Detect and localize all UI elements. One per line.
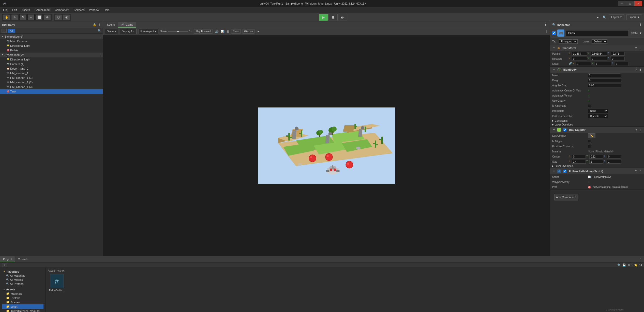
- edit-collider-btn[interactable]: ✏️: [588, 133, 595, 138]
- star-btn[interactable]: ⭐: [634, 263, 638, 267]
- follow-path-settings[interactable]: ⋮: [639, 170, 642, 173]
- menu-file[interactable]: File: [1, 8, 10, 12]
- assets-collapse[interactable]: ▼: [3, 288, 5, 291]
- menu-help[interactable]: Help: [102, 8, 112, 12]
- add-asset-btn[interactable]: +: [2, 263, 7, 267]
- layout-btn[interactable]: Layout ▼: [626, 14, 642, 20]
- close-btn[interactable]: ✕: [634, 1, 642, 6]
- info-btn[interactable]: ℹ: [632, 263, 633, 267]
- rigidbody-settings[interactable]: ⋮: [639, 68, 642, 71]
- hierarchy-cannon-1-1[interactable]: 🎮 HM_cannon_1 (1): [0, 75, 103, 80]
- rect-tool[interactable]: ⬜: [36, 14, 43, 20]
- tag-dropdown[interactable]: Untagged: [559, 39, 578, 44]
- follow-path-help[interactable]: ?: [635, 170, 637, 173]
- samplescene-more[interactable]: ⋮: [99, 35, 101, 38]
- view-more[interactable]: ⋮: [542, 23, 549, 26]
- menu-component[interactable]: Component: [53, 8, 71, 12]
- bottom-more[interactable]: ⋮: [637, 258, 644, 261]
- pause-btn[interactable]: ⏸: [328, 14, 338, 21]
- hierarchy-cannon-1-3[interactable]: 🎮 HM_cannon_1 (3): [0, 85, 103, 89]
- auto-center-check[interactable]: ✓: [588, 89, 590, 92]
- minimize-btn[interactable]: ─: [618, 1, 626, 6]
- scene-collapse-desert[interactable]: ▼: [2, 54, 4, 56]
- play-btn[interactable]: ▶: [319, 14, 328, 21]
- hierarchy-cannon-1[interactable]: 🎮 HM_cannon_1: [0, 71, 103, 75]
- rotation-y[interactable]: [591, 57, 607, 61]
- menu-gameobject[interactable]: GameObject: [33, 8, 52, 12]
- is-kinematic-check[interactable]: [588, 104, 591, 107]
- tower-defence-folder[interactable]: 📁 TowerDefence_Vsquad: [2, 309, 43, 312]
- hierarchy-camera-1[interactable]: 📷 Camera (1): [0, 62, 103, 66]
- tab-scene[interactable]: Scene: [104, 22, 118, 28]
- layer-overrides-collider-row[interactable]: ▶ Layer Overrides: [550, 164, 644, 168]
- is-trigger-check[interactable]: [588, 140, 591, 143]
- global-btn[interactable]: ◉: [63, 14, 70, 20]
- hierarchy-tank[interactable]: 🎯 Tank: [0, 89, 103, 94]
- scene-section-desert[interactable]: ▼ Desert_land_2* ⋮: [0, 53, 103, 57]
- box-collider-foldout[interactable]: ▼: [552, 129, 556, 131]
- search-btn[interactable]: 🔍: [602, 15, 607, 20]
- game-toolbar-more[interactable]: ⋮: [545, 30, 548, 33]
- scale-tool[interactable]: ⇔: [27, 14, 35, 20]
- tab-game[interactable]: 🎮 Game: [118, 22, 136, 28]
- auto-tensor-check[interactable]: ✓: [588, 94, 590, 97]
- interpolate-dropdown[interactable]: None: [588, 109, 608, 113]
- hierarchy-search-btn[interactable]: 🔍: [98, 29, 101, 33]
- size-z[interactable]: [607, 160, 621, 164]
- scenes-folder[interactable]: 📁 Scenes: [2, 300, 43, 304]
- transform-foldout[interactable]: ▼: [552, 47, 556, 49]
- layers-btn[interactable]: Layers ▼: [609, 14, 624, 20]
- mute-btn[interactable]: 🔊: [215, 30, 219, 33]
- scale-z[interactable]: [615, 62, 629, 66]
- game-display-dropdown[interactable]: Game: [105, 29, 118, 34]
- aspect-dropdown[interactable]: Free Aspect: [139, 29, 158, 34]
- layer-dropdown[interactable]: Default: [592, 39, 607, 44]
- menu-assets[interactable]: Assets: [20, 8, 32, 12]
- search-assets-btn[interactable]: 🔍: [617, 263, 621, 267]
- scale-y[interactable]: [595, 62, 611, 66]
- rigidbody-foldout[interactable]: ▼: [552, 68, 556, 71]
- position-x[interactable]: [572, 52, 587, 56]
- tab-console[interactable]: Console: [15, 256, 31, 262]
- gizmos-dropdown-btn[interactable]: ▼: [257, 30, 260, 33]
- transform-help[interactable]: ?: [635, 46, 637, 50]
- rigidbody-help[interactable]: ?: [635, 68, 637, 71]
- rotation-z[interactable]: [611, 57, 625, 61]
- tab-project[interactable]: Project: [0, 256, 15, 262]
- position-y[interactable]: [591, 52, 607, 56]
- hand-tool[interactable]: ✋: [3, 14, 10, 20]
- menu-services[interactable]: Services: [72, 8, 86, 12]
- angular-drag-input[interactable]: [588, 84, 621, 87]
- mass-input[interactable]: [588, 73, 621, 77]
- follow-path-foldout[interactable]: ▼: [552, 170, 556, 173]
- scene-section-sample[interactable]: ▼ SampleScene* ⋮: [0, 34, 103, 39]
- rigidbody-header[interactable]: ▼ ⬡ Rigidbody ? ⋮: [550, 67, 644, 73]
- transform-settings[interactable]: ⋮: [639, 46, 642, 50]
- add-hierarchy-btn[interactable]: +: [2, 29, 7, 33]
- pivot-btn[interactable]: ⬡: [55, 14, 62, 20]
- rotate-tool[interactable]: ↻: [19, 14, 26, 20]
- layer-overrides-rigidbody-row[interactable]: ▶ Layer Overrides: [550, 123, 644, 127]
- all-models-item[interactable]: 🔍 All Models: [2, 278, 43, 282]
- transform-header[interactable]: ▼ ⊕ Transform ? ⋮: [550, 45, 644, 51]
- desert-scene-more[interactable]: ⋮: [99, 53, 101, 56]
- add-component-btn[interactable]: Add Component: [554, 194, 578, 200]
- object-name-input[interactable]: [566, 30, 629, 36]
- inspector-more[interactable]: ⋮: [639, 23, 642, 26]
- cloud-btn[interactable]: ☁: [595, 15, 600, 20]
- size-y[interactable]: [589, 160, 603, 164]
- stats-btn[interactable]: Stats: [231, 29, 241, 34]
- hierarchy-patha[interactable]: 🎯 PathA: [0, 48, 103, 53]
- hierarchy-directional-light-1[interactable]: 💡 Directional Light: [0, 43, 103, 48]
- box-collider-header[interactable]: ▼ Box Collider ? ⋮: [550, 127, 644, 133]
- scene-collapse-sample[interactable]: ▼: [2, 35, 4, 38]
- stats-icon[interactable]: 📊: [221, 30, 224, 33]
- hierarchy-directional-light-2[interactable]: 💡 Directional Light: [0, 57, 103, 62]
- hierarchy-all-btn[interactable]: All: [8, 29, 15, 33]
- prefabs-folder[interactable]: 📁 Prefabs: [2, 296, 43, 300]
- display1-dropdown[interactable]: Display 1: [120, 29, 137, 34]
- hierarchy-lock[interactable]: 🔒: [93, 23, 96, 26]
- rotation-x[interactable]: [572, 57, 587, 61]
- move-tool[interactable]: ✛: [11, 14, 18, 20]
- follow-path-enabled[interactable]: [563, 170, 566, 173]
